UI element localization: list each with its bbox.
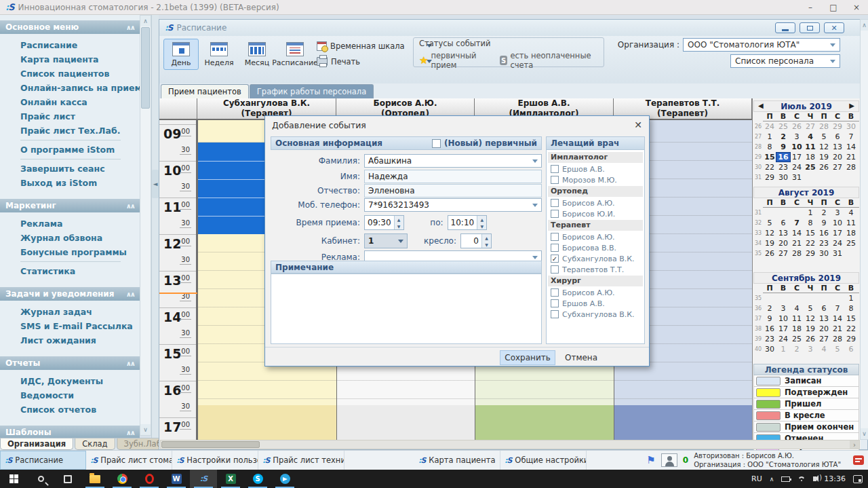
sidebar-splitter[interactable]: ◄ bbox=[151, 15, 159, 438]
calendar-day[interactable]: 28 bbox=[790, 249, 804, 258]
calendar-day[interactable]: 19 bbox=[804, 324, 817, 333]
calendar-day[interactable]: 26 bbox=[790, 122, 804, 131]
sidebar-item[interactable]: Список отчетов bbox=[0, 402, 140, 417]
calendar-day[interactable]: 8 bbox=[844, 304, 858, 313]
calendar-day[interactable]: 12 bbox=[817, 143, 831, 151]
save-button[interactable]: Сохранить bbox=[500, 350, 555, 365]
calendar-day[interactable]: 6 bbox=[817, 304, 831, 313]
spin-up-icon[interactable]: ▲ bbox=[477, 216, 486, 223]
calendar-day[interactable]: 9 bbox=[763, 314, 776, 323]
taskbar-explorer-button[interactable] bbox=[81, 470, 108, 488]
calendar-day[interactable]: 30 bbox=[817, 249, 831, 258]
calendar-day[interactable]: 6 bbox=[844, 345, 858, 354]
calendar-day[interactable]: 3 bbox=[790, 132, 804, 141]
sidebar-tab[interactable]: Организация bbox=[0, 438, 73, 450]
cabinet-select[interactable]: 1 bbox=[364, 233, 408, 248]
calendar-day[interactable]: 1 bbox=[776, 345, 790, 354]
sidebar-item[interactable]: Онлайн-запись на прием bbox=[0, 81, 140, 95]
calendar-day[interactable]: 30 bbox=[776, 173, 790, 182]
doctor-checkbox-item[interactable]: Борисов Ю.И. bbox=[547, 208, 644, 219]
calendar-day[interactable]: 11 bbox=[790, 314, 804, 323]
calendar-day[interactable]: 8 bbox=[804, 219, 817, 227]
calendar-day[interactable]: 12 bbox=[804, 314, 817, 323]
scroll-up-icon[interactable]: ∧ bbox=[140, 16, 151, 26]
calendar-day[interactable]: 10 bbox=[831, 219, 844, 227]
calendar-day[interactable]: 24 bbox=[776, 335, 790, 343]
calendar-day[interactable]: 28 bbox=[817, 122, 831, 131]
horizontal-scrollbar[interactable]: › bbox=[160, 440, 860, 449]
sidebar-item[interactable]: Бонусные программы bbox=[0, 245, 140, 259]
chat-notification-icon[interactable] bbox=[853, 455, 864, 465]
calendar-day[interactable]: 4 bbox=[817, 345, 831, 354]
doctor-checkbox-item[interactable]: Морозов М.Ю. bbox=[547, 174, 644, 185]
calendar-day[interactable]: 16 bbox=[763, 324, 776, 333]
sidebar-item[interactable]: Журнал задач bbox=[0, 305, 140, 319]
calendar-day[interactable]: 2 bbox=[763, 304, 776, 313]
calendar-day[interactable]: 10 bbox=[790, 143, 804, 151]
spinner-arrows[interactable]: ▲▼ bbox=[394, 216, 403, 229]
taskbar-excel-button[interactable]: X bbox=[217, 470, 244, 488]
close-button[interactable]: × bbox=[845, 0, 868, 14]
doctor-checkbox-item[interactable]: Субхангулова В.К. bbox=[547, 309, 644, 320]
sidebar-item[interactable]: Список пациентов bbox=[0, 67, 140, 81]
view-button-month[interactable]: Месяц bbox=[239, 39, 275, 70]
mdi-close-button[interactable]: ✕ bbox=[824, 22, 844, 33]
app-window-button[interactable]: :SКарта пациента bbox=[414, 451, 500, 470]
taskbar-word-button[interactable]: W bbox=[163, 470, 190, 488]
sidebar-scrollbar[interactable]: ∧ ∨ bbox=[140, 15, 151, 436]
sidebar-item[interactable]: Ведомости bbox=[0, 388, 140, 402]
scroll-right-icon[interactable]: › bbox=[850, 440, 859, 449]
notification-icon[interactable] bbox=[853, 475, 863, 483]
calendar-day[interactable]: 18 bbox=[790, 324, 804, 333]
calendar-day[interactable]: 17 bbox=[776, 324, 790, 333]
checkbox-icon[interactable] bbox=[551, 176, 559, 184]
sidebar-section-header[interactable]: Задачи и уведомления∧∧ bbox=[0, 287, 140, 301]
calendar-day[interactable]: 9 bbox=[817, 219, 831, 227]
phone-combo[interactable]: 7*9163213493 bbox=[364, 198, 542, 212]
calendar-day[interactable]: 25 bbox=[844, 239, 858, 248]
calendar-day[interactable]: 16 bbox=[817, 229, 831, 238]
calendar-day[interactable]: 1 bbox=[844, 294, 858, 303]
doctor-checkbox-item[interactable]: Ершов А.В. bbox=[547, 298, 644, 309]
calendar-day[interactable]: 20 bbox=[831, 153, 844, 162]
scroll-down-icon[interactable]: ∨ bbox=[140, 424, 151, 435]
note-textarea[interactable] bbox=[271, 274, 542, 344]
spin-down-icon[interactable]: ▼ bbox=[477, 223, 486, 229]
sidebar-item[interactable]: Расписание bbox=[0, 38, 140, 52]
calendar-day[interactable]: 6 bbox=[776, 219, 790, 227]
doctor-checkbox-item[interactable]: Борисов А.Ю. bbox=[547, 198, 644, 208]
calendar-day[interactable]: 13 bbox=[831, 143, 844, 151]
checkbox-icon[interactable] bbox=[551, 265, 559, 274]
tab-staff-schedule[interactable]: График работы персонала bbox=[250, 84, 374, 98]
calendar-day[interactable]: 27 bbox=[817, 335, 831, 343]
app-window-button[interactable]: :SНастройки пользователя bbox=[172, 451, 258, 470]
calendar-day[interactable]: 24 bbox=[831, 239, 844, 248]
calendar-day[interactable]: 4 bbox=[804, 132, 817, 141]
calendar-day[interactable]: 11 bbox=[804, 143, 817, 151]
tab-patients[interactable]: Прием пациентов bbox=[161, 84, 249, 98]
calendar-day[interactable]: 3 bbox=[831, 208, 844, 217]
calendar-day[interactable]: 21 bbox=[790, 239, 804, 248]
calendar-day[interactable]: 27 bbox=[804, 122, 817, 131]
calendar-day[interactable]: 14 bbox=[844, 143, 858, 151]
calendar-day[interactable]: 12 bbox=[763, 229, 776, 238]
calendar-day[interactable]: 7 bbox=[831, 304, 844, 313]
view-button-schedule[interactable]: Расписание bbox=[277, 39, 313, 70]
sidebar-section-header[interactable]: Маркетинг∧∧ bbox=[0, 199, 140, 212]
calendar-day[interactable]: 30 bbox=[763, 345, 776, 354]
calendar-prev-icon[interactable]: ◀ bbox=[758, 102, 764, 109]
doctor-checkbox-item[interactable]: Ершов А.В. bbox=[547, 164, 644, 174]
calendar-day[interactable]: 24 bbox=[763, 122, 776, 131]
sidebar-section-header[interactable]: Шаблоны∧∧ bbox=[0, 426, 140, 438]
calendar-day[interactable]: 22 bbox=[763, 163, 776, 172]
dialog-close-icon[interactable]: ✕ bbox=[634, 119, 642, 130]
app-window-button[interactable]: :SПрайс лист стоматологии bbox=[86, 451, 172, 470]
taskbar-start-button[interactable] bbox=[0, 470, 27, 488]
calendar-day[interactable]: 29 bbox=[831, 122, 844, 131]
app-window-button[interactable]: :SПрайс лист технически... bbox=[258, 451, 344, 470]
calendar-day[interactable]: 1 bbox=[763, 132, 776, 141]
time-to-spinner[interactable]: 10:10 ▲▼ bbox=[448, 215, 488, 230]
mdi-minimize-button[interactable] bbox=[775, 22, 795, 33]
firstname-field[interactable]: Надежда bbox=[364, 170, 542, 183]
calendar-day[interactable]: 6 bbox=[831, 132, 844, 141]
